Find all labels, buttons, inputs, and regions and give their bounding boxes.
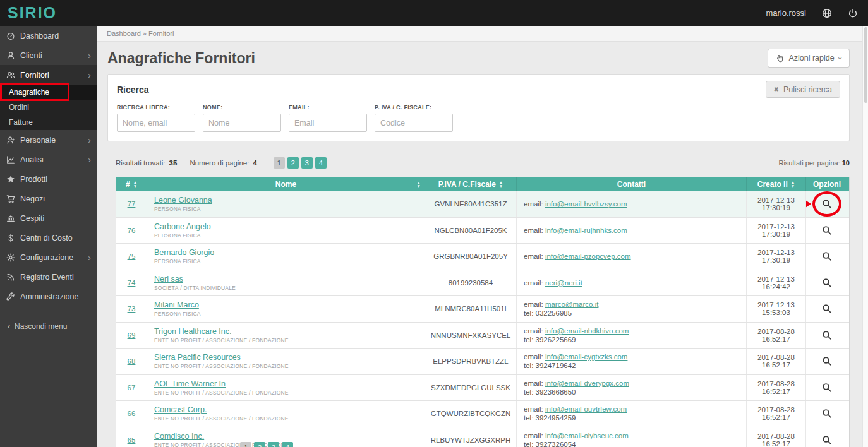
scrollbar[interactable] (862, 26, 868, 447)
per-page-value[interactable]: 10 (842, 159, 850, 167)
email-link[interactable]: neri@neri.it (545, 279, 582, 287)
power-icon[interactable] (848, 8, 858, 18)
email-link[interactable]: marco@marco.it (545, 301, 599, 308)
email-link[interactable]: info@email-pzopcvep.com (545, 253, 631, 260)
supplier-name-link[interactable]: Sierra Pacific Resources (154, 353, 425, 362)
globe-icon[interactable] (822, 8, 832, 18)
row-id-link[interactable]: 75 (128, 253, 136, 260)
email-link[interactable]: info@email-cygtxzks.com (545, 353, 628, 361)
row-id-link[interactable]: 76 (128, 227, 136, 234)
view-details-button[interactable] (819, 249, 835, 264)
view-details-button[interactable] (819, 301, 835, 316)
column-header-vat[interactable]: P.IVA / C.Fiscale ▲▼ (425, 177, 517, 191)
row-id-link[interactable]: 77 (128, 200, 136, 208)
sidebar-item-analisi[interactable]: Analisi › (0, 150, 97, 169)
page-button-3[interactable]: 3 (268, 442, 279, 447)
magnifier-icon (822, 199, 832, 209)
sidebar-item-prodotti[interactable]: Prodotti (0, 169, 97, 189)
page-button-1[interactable]: 1 (240, 442, 251, 447)
page-button-3[interactable]: 3 (301, 157, 313, 169)
email-label: email: (524, 253, 543, 260)
email-link[interactable]: info@email-ouvtrfew.com (545, 405, 627, 413)
page-button-4[interactable]: 4 (315, 157, 327, 169)
column-header-id[interactable]: # ▲▼ (116, 177, 147, 191)
column-header-name[interactable]: Nome ▲▼ (147, 177, 425, 191)
column-header-created[interactable]: Creato il ▲▼ (747, 177, 806, 191)
email-link[interactable]: info@email-rujhnhks.com (545, 227, 627, 234)
supplier-name-link[interactable]: Trigon Healthcare Inc. (154, 327, 425, 336)
sidebar-item-centri-di-costo[interactable]: Centri di Costo (0, 228, 97, 247)
page-button-1[interactable]: 1 (274, 157, 285, 169)
view-details-button[interactable] (819, 406, 835, 421)
name-input[interactable] (203, 114, 281, 132)
free-search-input[interactable] (117, 114, 195, 132)
view-details-button[interactable] (819, 275, 835, 290)
email-link[interactable]: info@email-nbdkhivo.com (545, 327, 629, 335)
scrollbar-thumb[interactable] (864, 27, 867, 103)
vat-input[interactable] (375, 114, 453, 132)
email-link[interactable]: info@email-dverypgx.com (545, 379, 629, 387)
email-link[interactable]: info@email-hvvlbzsy.com (545, 200, 627, 208)
collapse-menu-button[interactable]: ‹ Nascondi menu (0, 318, 97, 335)
email-link[interactable]: info@email-oiybseuc.com (545, 432, 629, 439)
submenu-item-fatture[interactable]: Fatture (0, 115, 97, 130)
supplier-name-link[interactable]: Neri sas (154, 275, 425, 283)
created-date: 2017-08-28 (757, 380, 795, 388)
view-details-button[interactable] (819, 196, 835, 212)
row-id-link[interactable]: 66 (128, 410, 136, 417)
row-id-link[interactable]: 69 (128, 331, 136, 339)
supplier-name-link[interactable]: Carbone Angelo (154, 222, 425, 231)
sidebar-item-personale[interactable]: Personale › (0, 130, 97, 150)
username[interactable]: mario.rossi (766, 8, 806, 18)
row-id-link[interactable]: 73 (128, 305, 136, 313)
submenu-item-ordini[interactable]: Ordini (0, 100, 97, 115)
table-row: 77 Leone Giovanna PERSONA FISICA GVNLNE8… (116, 191, 849, 217)
supplier-type-label: ENTE NO PROFIT / ASSOCIAZIONE / FONDAZIO… (154, 415, 425, 422)
column-header-contacts[interactable]: Contatti (517, 177, 747, 191)
view-details-button[interactable] (819, 328, 835, 343)
submenu-item-anagrafiche[interactable]: Anagrafiche (0, 85, 97, 100)
sidebar-item-registro-eventi[interactable]: Registro Eventi (0, 267, 97, 287)
sidebar-item-label: Negozi (20, 194, 45, 203)
supplier-name-link[interactable]: Comdisco Inc. (154, 432, 425, 441)
view-details-button[interactable] (819, 432, 835, 447)
page-button-4[interactable]: 4 (282, 442, 293, 447)
page-button-2[interactable]: 2 (287, 157, 299, 169)
row-id-link[interactable]: 65 (128, 436, 136, 444)
clear-search-button[interactable]: ✖ Pulisci ricerca (766, 81, 841, 98)
sidebar-item-negozi[interactable]: Negozi (0, 189, 97, 208)
email-input[interactable] (289, 114, 367, 132)
created-date: 2017-08-28 (757, 328, 795, 335)
tel-label: tel: 3927326054 (524, 441, 746, 447)
email-label: email: (524, 405, 543, 413)
page-button-2[interactable]: 2 (254, 442, 265, 447)
row-id-link[interactable]: 68 (128, 357, 136, 365)
column-header-options[interactable]: Opzioni (806, 177, 848, 191)
vat-code: MLNMRC80A11H501I (425, 296, 517, 322)
sidebar-item-clienti[interactable]: Clienti › (0, 45, 97, 65)
view-details-button[interactable] (819, 354, 835, 369)
table-row: 68 Sierra Pacific Resources ENTE NO PROF… (116, 348, 849, 374)
star-icon (6, 175, 15, 184)
sidebar-item-configurazione[interactable]: Configurazione › (0, 247, 97, 267)
magnifier-icon (822, 383, 832, 393)
supplier-name-link[interactable]: Leone Giovanna (154, 196, 425, 205)
quick-actions-button[interactable]: Azioni rapide › (768, 49, 850, 68)
supplier-name-link[interactable]: AOL Time Warner In (154, 379, 425, 388)
supplier-name-link[interactable]: Bernardo Giorgio (154, 248, 425, 257)
sidebar-item-amministrazione[interactable]: Amministrazione (0, 287, 97, 306)
vat-code: GTQWURZIBTCQKGZN (425, 401, 517, 427)
sidebar-item-dashboard[interactable]: Dashboard (0, 26, 97, 45)
created-date: 2017-08-28 (757, 432, 795, 440)
row-id-link[interactable]: 67 (128, 384, 136, 391)
chevron-down-icon: › (835, 57, 845, 59)
breadcrumb[interactable]: Dashboard » Fornitori (97, 26, 868, 42)
sidebar-item-cespiti[interactable]: Cespiti (0, 208, 97, 228)
email-label: email: (524, 301, 543, 308)
view-details-button[interactable] (819, 223, 835, 238)
sidebar-item-fornitori[interactable]: Fornitori › (0, 65, 97, 85)
row-id-link[interactable]: 74 (128, 279, 136, 287)
supplier-name-link[interactable]: Milani Marco (154, 301, 425, 309)
supplier-name-link[interactable]: Comcast Corp. (154, 405, 425, 414)
view-details-button[interactable] (819, 380, 835, 395)
